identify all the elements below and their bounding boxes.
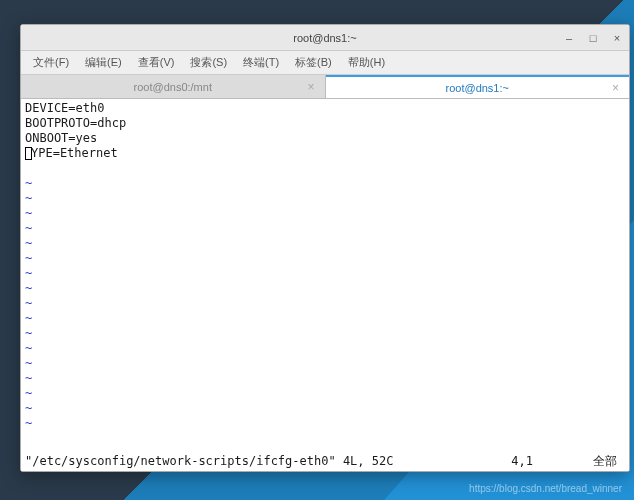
menu-search[interactable]: 搜索(S) [184, 53, 233, 72]
tab-1-close-icon[interactable]: × [612, 81, 619, 95]
menu-edit[interactable]: 编辑(E) [79, 53, 128, 72]
vim-tilde: ~ [25, 266, 625, 281]
vim-tilde: ~ [25, 326, 625, 341]
titlebar[interactable]: root@dns1:~ – □ × [21, 25, 629, 51]
status-file: "/etc/sysconfig/network-scripts/ifcfg-et… [25, 454, 393, 469]
vim-tilde: ~ [25, 401, 625, 416]
window-title: root@dns1:~ [293, 32, 356, 44]
menubar: 文件(F) 编辑(E) 查看(V) 搜索(S) 终端(T) 标签(B) 帮助(H… [21, 51, 629, 75]
window-controls: – □ × [563, 32, 623, 44]
menu-file[interactable]: 文件(F) [27, 53, 75, 72]
vim-tilde: ~ [25, 251, 625, 266]
tab-0-label: root@dns0:/mnt [134, 81, 212, 93]
vim-tilde: ~ [25, 281, 625, 296]
editor-line: ONBOOT=yes [25, 131, 625, 146]
vim-tilde: ~ [25, 296, 625, 311]
menu-tabs[interactable]: 标签(B) [289, 53, 338, 72]
menu-view[interactable]: 查看(V) [132, 53, 181, 72]
vim-tilde: ~ [25, 356, 625, 371]
editor-line: DEVICE=eth0 [25, 101, 625, 116]
vim-tilde: ~ [25, 371, 625, 386]
status-scroll: 全部 [593, 454, 617, 469]
vim-tilde: ~ [25, 236, 625, 251]
vim-tilde: ~ [25, 386, 625, 401]
editor-line: BOOTPROTO=dhcp [25, 116, 625, 131]
tab-1[interactable]: root@dns1:~ × [326, 75, 630, 98]
vim-statusline: "/etc/sysconfig/network-scripts/ifcfg-et… [25, 454, 625, 469]
vim-tilde: ~ [25, 311, 625, 326]
tabbar: root@dns0:/mnt × root@dns1:~ × [21, 75, 629, 99]
maximize-button[interactable]: □ [587, 32, 599, 44]
vim-tilde: ~ [25, 341, 625, 356]
editor-line: YPE=Ethernet [25, 146, 625, 161]
status-position: 4,1 [511, 454, 533, 469]
vim-tilde: ~ [25, 206, 625, 221]
menu-terminal[interactable]: 终端(T) [237, 53, 285, 72]
vim-tilde: ~ [25, 221, 625, 236]
terminal-area[interactable]: DEVICE=eth0BOOTPROTO=dhcpONBOOT=yesYPE=E… [21, 99, 629, 471]
vim-tilde: ~ [25, 191, 625, 206]
watermark: https://blog.csdn.net/bread_winner [469, 483, 622, 494]
vim-tilde: ~ [25, 176, 625, 191]
minimize-button[interactable]: – [563, 32, 575, 44]
tab-1-label: root@dns1:~ [446, 82, 509, 94]
tab-0[interactable]: root@dns0:/mnt × [21, 75, 326, 98]
close-button[interactable]: × [611, 32, 623, 44]
menu-help[interactable]: 帮助(H) [342, 53, 391, 72]
tab-0-close-icon[interactable]: × [307, 80, 314, 94]
vim-tilde: ~ [25, 416, 625, 431]
terminal-window: root@dns1:~ – □ × 文件(F) 编辑(E) 查看(V) 搜索(S… [20, 24, 630, 472]
